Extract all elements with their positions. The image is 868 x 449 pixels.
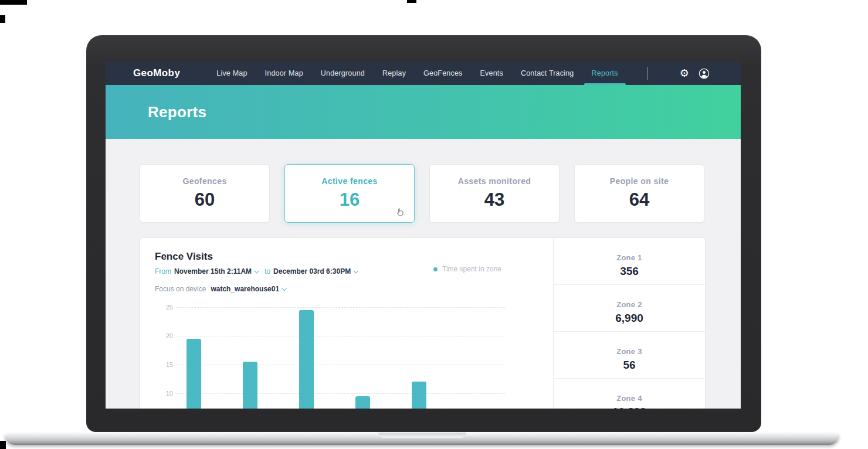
app-screen: GeoMoby Live MapIndoor MapUndergroundRep… xyxy=(106,62,741,409)
artifact-mark xyxy=(0,441,6,449)
cursor-icon xyxy=(395,207,405,218)
zones-panel: Zone 1356Zone 26,990Zone 356Zone 410,899 xyxy=(554,238,705,409)
zone-row-zone-1[interactable]: Zone 1356 xyxy=(554,238,705,285)
reports-panels: Fence Visits From November 15th 2:11AM t… xyxy=(140,237,706,409)
artifact-mark xyxy=(407,0,416,3)
zone-value: 10,899 xyxy=(554,406,705,409)
zone-value: 6,990 xyxy=(554,312,705,325)
top-navbar: GeoMoby Live MapIndoor MapUndergroundRep… xyxy=(106,62,741,85)
zone-row-zone-3[interactable]: Zone 356 xyxy=(554,332,705,379)
gridline xyxy=(177,365,505,365)
laptop-mockup: GeoMoby Live MapIndoor MapUndergroundRep… xyxy=(0,0,868,449)
y-tick-label: 25 xyxy=(152,304,173,311)
stat-card-people-on-site[interactable]: People on site64 xyxy=(574,164,704,223)
nav-item-indoor-map[interactable]: Indoor Map xyxy=(265,62,303,85)
zone-label: Zone 1 xyxy=(554,253,705,262)
laptop-base-notch xyxy=(378,433,466,438)
zone-value: 56 xyxy=(554,359,705,372)
gridline xyxy=(177,307,505,308)
bar[interactable] xyxy=(187,339,201,409)
zone-label: Zone 4 xyxy=(554,394,705,403)
y-tick-label: 10 xyxy=(152,390,173,397)
nav-item-underground[interactable]: Underground xyxy=(321,62,365,85)
stat-label: Active fences xyxy=(285,176,414,186)
stat-value: 43 xyxy=(430,189,559,210)
bar-chart: 25201510 xyxy=(140,238,553,409)
zone-label: Zone 3 xyxy=(554,347,705,356)
artifact-mark xyxy=(0,15,5,23)
y-tick-label: 15 xyxy=(152,361,173,368)
stat-value: 64 xyxy=(575,189,704,210)
nav-item-events[interactable]: Events xyxy=(480,62,503,85)
logo[interactable]: GeoMoby xyxy=(133,67,180,79)
nav-item-live-map[interactable]: Live Map xyxy=(216,62,247,85)
page-header: Reports xyxy=(106,85,741,139)
laptop-base xyxy=(5,433,839,445)
bar[interactable] xyxy=(299,310,314,409)
navbar-right: ⚙ xyxy=(647,67,710,80)
navbar-divider xyxy=(647,67,648,80)
zone-row-zone-4[interactable]: Zone 410,899 xyxy=(554,379,705,409)
stat-label: People on site xyxy=(575,176,704,186)
nav-item-geofences[interactable]: GeoFences xyxy=(423,62,462,85)
nav-items: Live MapIndoor MapUndergroundReplayGeoFe… xyxy=(216,62,618,85)
user-account-icon[interactable] xyxy=(699,68,710,79)
y-tick-label: 20 xyxy=(152,332,173,339)
artifact-mark xyxy=(0,0,27,5)
stat-label: Geofences xyxy=(140,176,269,186)
bar[interactable] xyxy=(412,382,426,409)
stats-row: Geofences60Active fences16Assets monitor… xyxy=(140,164,741,223)
nav-item-contact-tracing[interactable]: Contact Tracing xyxy=(521,62,574,85)
zone-row-zone-2[interactable]: Zone 26,990 xyxy=(554,285,705,332)
fence-visits-panel: Fence Visits From November 15th 2:11AM t… xyxy=(140,238,554,409)
stat-card-geofences[interactable]: Geofences60 xyxy=(140,164,270,223)
stat-label: Assets monitored xyxy=(430,176,559,186)
nav-item-reports[interactable]: Reports xyxy=(592,62,618,85)
page-title: Reports xyxy=(148,103,206,121)
zone-label: Zone 2 xyxy=(554,300,705,309)
gridline xyxy=(177,393,505,394)
gridline xyxy=(177,336,505,336)
zone-value: 356 xyxy=(554,265,705,278)
bar[interactable] xyxy=(355,396,370,409)
stat-card-assets-monitored[interactable]: Assets monitored43 xyxy=(429,164,560,223)
bar[interactable] xyxy=(243,362,257,409)
gear-icon[interactable]: ⚙ xyxy=(680,68,689,79)
stat-value: 60 xyxy=(140,189,269,210)
nav-item-replay[interactable]: Replay xyxy=(382,62,406,85)
